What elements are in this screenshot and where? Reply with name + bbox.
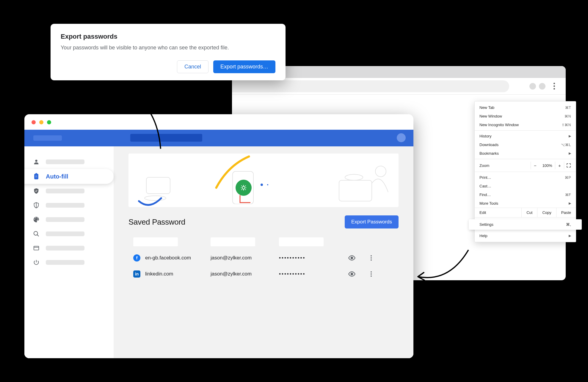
menu-label: New Window <box>479 114 502 118</box>
zoom-percentage: 100% <box>540 163 555 168</box>
menu-zoom-row: Zoom − 100% + <box>475 160 576 170</box>
sidebar-label-placeholder <box>46 159 84 164</box>
menu-label: New Incognito Window <box>479 123 519 127</box>
reveal-password-button[interactable] <box>341 270 362 278</box>
column-header-placeholder <box>133 237 178 246</box>
sidebar-label-placeholder <box>46 231 84 236</box>
browser-menu-button[interactable] <box>551 83 557 90</box>
export-passwords-button[interactable]: Export Passwords <box>345 215 399 228</box>
sidebar-item-onstartup[interactable] <box>24 255 114 270</box>
palette-icon <box>33 216 40 223</box>
menu-label: Edit <box>475 208 491 217</box>
submenu-caret-icon: ▶ <box>569 201 571 205</box>
sidebar-item-autofill[interactable]: Auto-fill <box>24 169 114 184</box>
menu-shortcut: ⌥⌘L <box>561 143 571 147</box>
zoom-out-button[interactable]: − <box>531 162 540 169</box>
svg-point-9 <box>375 166 386 177</box>
svg-point-0 <box>35 160 37 162</box>
sidebar-item-default[interactable] <box>24 241 114 255</box>
menu-label: New Tab <box>479 105 494 110</box>
menu-shortcut: ⌘T <box>565 106 571 110</box>
menu-incognito[interactable]: New Incognito Window ⇧⌘N <box>475 120 576 129</box>
extension-placeholder-1 <box>529 83 536 90</box>
linkedin-icon: in <box>133 270 140 278</box>
search-icon <box>33 231 40 237</box>
svg-point-7 <box>261 184 263 186</box>
svg-point-13 <box>351 273 353 275</box>
dialog-body: Your passwords will be visible to anyone… <box>61 45 275 51</box>
shield-check-icon <box>33 188 40 194</box>
menu-shortcut: ⌘P <box>565 176 571 180</box>
sidebar-label-placeholder <box>46 246 84 251</box>
menu-label: Downloads <box>479 143 498 147</box>
clipboard-icon <box>33 173 40 180</box>
settings-header-bar <box>24 130 413 146</box>
sidebar-item-search[interactable] <box>24 227 114 241</box>
svg-rect-10 <box>339 180 372 201</box>
sidebar-item-privacy[interactable] <box>24 184 114 198</box>
passwords-table: f en-gb.facebook.com jason@zylker.com ••… <box>128 234 399 282</box>
menu-new-tab[interactable]: New Tab ⌘T <box>475 103 576 112</box>
sidebar-label-placeholder <box>46 260 84 265</box>
export-confirm-button[interactable]: Export passwords… <box>213 60 275 73</box>
site-name[interactable]: linkedin.com <box>145 271 173 277</box>
svg-point-12 <box>351 257 353 259</box>
sidebar-item-appearance[interactable] <box>24 212 114 227</box>
table-header <box>128 234 399 250</box>
menu-history[interactable]: History ▶ <box>475 132 576 140</box>
person-icon <box>33 159 40 165</box>
hero-illustration <box>128 154 399 207</box>
menu-label: Zoom <box>479 163 489 168</box>
window-close-button[interactable] <box>32 120 36 124</box>
shield-icon <box>33 202 40 209</box>
menu-label: Print… <box>479 175 491 180</box>
window-maximize-button[interactable] <box>47 120 51 124</box>
menu-shortcut: ⌘, <box>566 222 571 227</box>
menu-shortcut: ⌘N <box>565 114 571 118</box>
address-bar[interactable] <box>232 80 509 92</box>
column-header-placeholder <box>279 237 324 246</box>
menu-new-window[interactable]: New Window ⌘N <box>475 112 576 120</box>
cancel-button[interactable]: Cancel <box>177 60 208 73</box>
edit-paste-button[interactable]: Paste <box>556 208 576 217</box>
sidebar-item-you[interactable] <box>24 155 114 169</box>
row-more-button[interactable] <box>362 255 380 261</box>
annotation-arrow <box>119 89 178 155</box>
facebook-icon: f <box>133 254 140 262</box>
menu-separator <box>475 159 576 159</box>
menu-print[interactable]: Print… ⌘P <box>475 173 576 182</box>
password-masked: •••••••••• <box>279 255 341 261</box>
reveal-password-button[interactable] <box>341 254 362 262</box>
password-row: f en-gb.facebook.com jason@zylker.com ••… <box>128 250 399 266</box>
dialog-title: Export passwords <box>61 33 275 40</box>
svg-point-6 <box>242 186 245 189</box>
row-more-button[interactable] <box>362 271 380 277</box>
window-minimize-button[interactable] <box>39 120 43 124</box>
edit-cut-button[interactable]: Cut <box>521 208 537 217</box>
zoom-in-button[interactable]: + <box>555 162 564 169</box>
profile-avatar[interactable] <box>397 133 406 142</box>
menu-settings[interactable]: Settings ⌘, <box>469 219 582 230</box>
fullscreen-icon[interactable] <box>564 162 573 169</box>
settings-window: Auto-fill <box>24 114 413 358</box>
site-name[interactable]: en-gb.facebook.com <box>145 255 191 261</box>
sidebar-item-security[interactable] <box>24 198 114 212</box>
menu-label: More Tools <box>479 201 498 206</box>
username: jason@zylker.com <box>211 255 279 261</box>
menu-help[interactable]: Help ▶ <box>475 231 576 240</box>
menu-label: Find… <box>479 192 491 197</box>
menu-cast[interactable]: Cast… <box>475 182 576 190</box>
edit-copy-button[interactable]: Copy <box>537 208 556 217</box>
submenu-caret-icon: ▶ <box>569 151 571 155</box>
browser-overflow-menu: New Tab ⌘T New Window ⌘N New Incognito W… <box>474 101 576 242</box>
menu-downloads[interactable]: Downloads ⌥⌘L <box>475 140 576 149</box>
menu-bookmarks[interactable]: Bookmarks ▶ <box>475 149 576 158</box>
menu-find[interactable]: Find… ⌘F <box>475 190 576 199</box>
sidebar-label: Auto-fill <box>46 173 68 180</box>
svg-point-1 <box>34 231 38 235</box>
browser-toolbar <box>232 78 566 95</box>
password-masked: •••••••••• <box>279 271 341 277</box>
username: jason@zylker.com <box>211 271 279 277</box>
menu-more-tools[interactable]: More Tools ▶ <box>475 199 576 208</box>
menu-shortcut: ⌘F <box>565 193 571 197</box>
